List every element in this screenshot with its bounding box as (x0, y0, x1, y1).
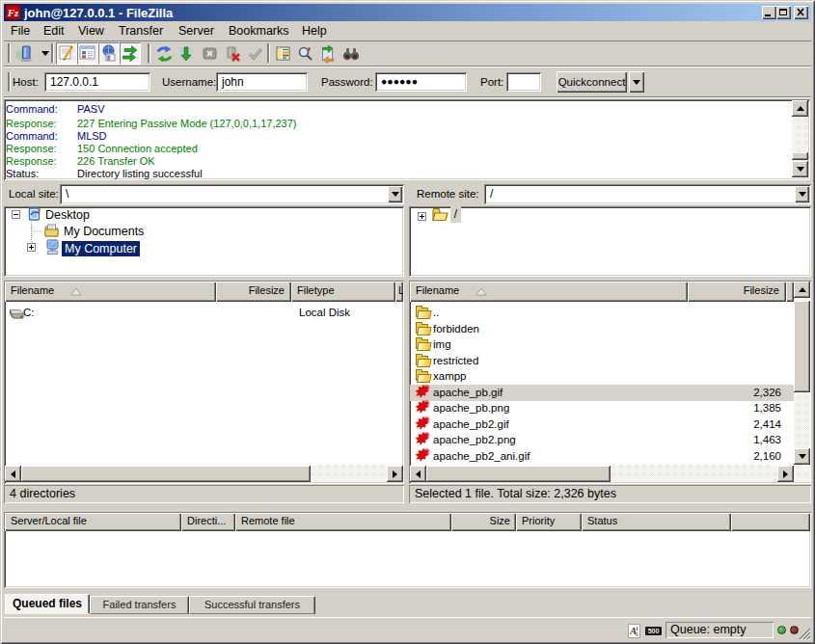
svg-text:A: A (629, 625, 637, 636)
svg-text:Fz: Fz (7, 7, 19, 18)
